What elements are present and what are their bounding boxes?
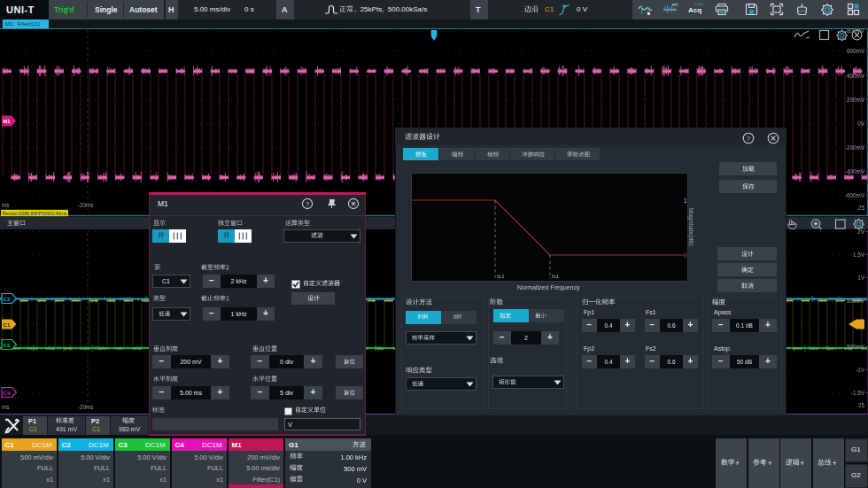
svg-text:-20ms: -20ms (78, 202, 94, 208)
svg-text:1V: 1V (857, 275, 865, 281)
svg-text:500mV: 500mV (847, 298, 865, 304)
svg-text:ms: ms (2, 202, 9, 208)
svg-text:25: 25 (858, 204, 865, 210)
svg-text:fs1: fs1 (552, 273, 560, 279)
svg-text:Render:0288.80FPS/003.46ms: Render:0288.80FPS/003.46ms (3, 210, 67, 215)
svg-text:FFT: FFT (672, 4, 678, 7)
svg-text:-400mV: -400mV (845, 168, 865, 174)
svg-text:-20ms: -20ms (78, 403, 94, 409)
svg-text:1: 1 (684, 198, 687, 204)
svg-text:-1V: -1V (856, 367, 865, 373)
svg-text:C3: C3 (4, 341, 11, 347)
svg-text:-200mV: -200mV (845, 144, 865, 151)
svg-text:C1: C1 (4, 321, 11, 327)
svg-text:-1.5V: -1.5V (851, 390, 865, 396)
svg-text:600mV: 600mV (847, 47, 865, 53)
svg-text:0V: 0V (857, 120, 865, 127)
svg-text:?: ? (306, 200, 309, 208)
svg-text:0: 0 (684, 252, 687, 259)
svg-text:C2: C2 (4, 295, 11, 301)
svg-text:200mV: 200mV (847, 97, 865, 103)
svg-text:-500mV: -500mV (845, 344, 865, 350)
svg-text:-600mV: -600mV (845, 192, 865, 198)
svg-text:M1: M1 (4, 119, 12, 124)
svg-text:1.5V: 1.5V (853, 252, 865, 258)
svg-text:C4: C4 (4, 389, 11, 395)
svg-text:?: ? (747, 134, 751, 142)
svg-text:ms: ms (2, 403, 9, 409)
svg-text:fp1: fp1 (497, 273, 505, 279)
svg-text:400mV: 400mV (847, 73, 865, 79)
svg-text:25: 25 (858, 402, 865, 408)
